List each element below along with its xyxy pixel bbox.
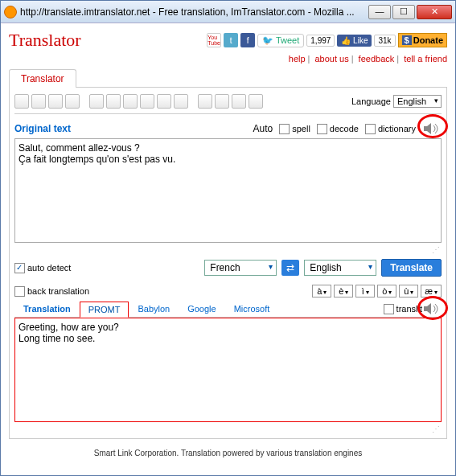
original-text-label: Original text — [14, 123, 71, 134]
tab-babylon[interactable]: Babylon — [129, 301, 179, 317]
auto-detect-checkbox[interactable] — [14, 263, 25, 273]
from-language-select[interactable]: French — [204, 260, 277, 276]
paste-icon[interactable] — [65, 94, 80, 109]
language-select[interactable]: English — [393, 95, 442, 108]
tab-microsoft[interactable]: Microsoft — [225, 301, 279, 317]
speaker-icon-output[interactable] — [422, 301, 442, 317]
tab-promt[interactable]: PROMT — [80, 302, 129, 318]
tab-google[interactable]: Google — [179, 301, 224, 317]
email-icon[interactable] — [215, 94, 229, 109]
facebook-icon[interactable]: f — [240, 33, 255, 47]
nav-about[interactable]: about us — [314, 54, 348, 64]
donate-button[interactable]: Donate — [398, 33, 447, 47]
decode-checkbox[interactable] — [317, 124, 327, 134]
window-title: http://translate.imtranslator.net - Free… — [20, 6, 368, 18]
translit-checkbox[interactable] — [384, 304, 394, 314]
to-language-select[interactable]: English — [304, 260, 376, 276]
print2-icon[interactable] — [198, 94, 212, 109]
browser-window: http://translate.imtranslator.net - Free… — [0, 0, 456, 476]
nav-tell[interactable]: tell a friend — [404, 54, 447, 64]
settings-icon[interactable] — [232, 94, 246, 109]
firefox-icon — [4, 6, 17, 18]
titlebar: http://translate.imtranslator.net - Free… — [1, 1, 455, 23]
minimize-button[interactable]: — — [368, 5, 391, 19]
translation-output[interactable] — [14, 318, 442, 422]
swap-languages-button[interactable]: ⇄ — [281, 260, 299, 276]
decode-icon[interactable] — [123, 94, 138, 109]
keyboard-icon[interactable] — [140, 94, 154, 109]
nav-feedback[interactable]: feedback — [359, 54, 395, 64]
auto-label: Auto — [253, 123, 273, 134]
accent-u[interactable]: ù — [399, 285, 418, 298]
toolbar: Language English — [14, 92, 442, 114]
back-translation-checkbox[interactable] — [14, 286, 25, 297]
accent-o[interactable]: ò — [377, 285, 396, 298]
main-tab[interactable]: Translator — [9, 69, 76, 88]
accent-e[interactable]: è — [334, 285, 353, 298]
language-label: Language — [351, 96, 391, 106]
tweet-button[interactable]: 🐦 Tweet — [257, 34, 304, 47]
translate-button[interactable]: Translate — [381, 259, 442, 277]
speaker-icon[interactable] — [422, 121, 442, 137]
app-logo: Translator — [9, 30, 81, 51]
fb-like-button[interactable]: 👍 Like — [337, 35, 372, 47]
help-icon[interactable] — [249, 94, 263, 109]
copy-icon[interactable] — [31, 94, 46, 109]
spellcheck-icon[interactable] — [106, 94, 121, 109]
nav-help[interactable]: help — [289, 54, 306, 64]
original-text-input[interactable] — [14, 138, 442, 243]
footer-text: Smart Link Corporation. Translation powe… — [9, 439, 447, 461]
twitter-icon[interactable]: t — [224, 33, 238, 47]
tts-icon[interactable] — [157, 94, 171, 109]
dictionary-checkbox[interactable] — [365, 124, 376, 134]
close-button[interactable]: ✕ — [417, 5, 452, 19]
tool-icon[interactable] — [174, 94, 188, 109]
translation-label: Translation — [14, 301, 80, 317]
like-count: 31k — [374, 35, 395, 47]
accent-i[interactable]: ì — [355, 285, 375, 298]
print-icon[interactable] — [14, 94, 29, 109]
nav-links: help| about us| feedback| tell a friend — [9, 54, 447, 64]
accent-ae[interactable]: æ — [421, 285, 442, 298]
cut-icon[interactable] — [48, 94, 63, 109]
spell-checkbox[interactable] — [279, 124, 290, 134]
youtube-icon[interactable]: YouTube — [207, 33, 221, 47]
accent-a[interactable]: à — [312, 285, 331, 298]
tweet-count: 1,997 — [306, 35, 335, 47]
maximize-button[interactable]: ☐ — [392, 5, 415, 19]
dictionary-icon[interactable] — [89, 94, 104, 109]
